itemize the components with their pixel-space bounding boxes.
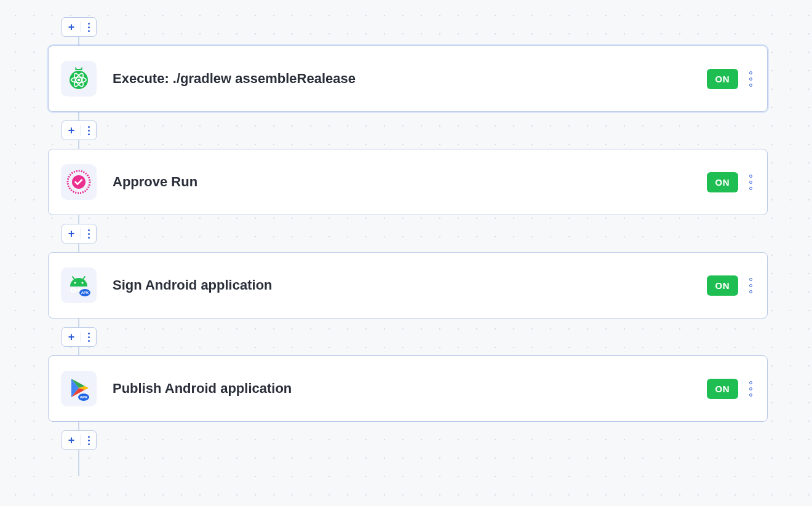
- pipeline-step[interactable]: APK Publish Android application ON: [48, 355, 768, 422]
- approve-icon: [66, 169, 92, 195]
- react-android-icon: [66, 66, 91, 91]
- more-vertical-icon: [88, 229, 90, 239]
- svg-text:APK: APK: [80, 395, 88, 399]
- step-icon-approve: [61, 164, 97, 200]
- more-vertical-icon: [88, 126, 90, 135]
- pipeline-step[interactable]: Execute: ./gradlew assembleRealease ON: [48, 45, 768, 112]
- add-step-more[interactable]: [81, 126, 96, 135]
- add-step-button[interactable]: +: [62, 224, 97, 243]
- add-step-button[interactable]: +: [62, 17, 97, 37]
- step-menu-button[interactable]: [749, 381, 752, 397]
- add-step-more[interactable]: [81, 333, 96, 342]
- svg-line-10: [83, 277, 85, 279]
- step-icon-android-sign: APK: [61, 267, 97, 303]
- plus-icon: +: [62, 331, 81, 344]
- add-step-button[interactable]: +: [62, 430, 97, 450]
- more-vertical-icon: [88, 436, 90, 445]
- status-badge[interactable]: ON: [707, 379, 739, 399]
- svg-point-12: [81, 282, 83, 283]
- step-icon-play-publish: APK: [61, 371, 97, 406]
- step-menu-button[interactable]: [749, 71, 752, 87]
- pipeline-canvas: + Execute: ./gradlew a: [0, 0, 812, 506]
- step-title: Publish Android application: [113, 381, 707, 397]
- svg-line-9: [73, 277, 74, 279]
- step-icon-react-android: [61, 61, 97, 97]
- step-menu-button[interactable]: [749, 278, 752, 293]
- plus-icon: +: [62, 124, 81, 137]
- more-vertical-icon: [88, 333, 90, 342]
- add-step-button[interactable]: +: [62, 327, 97, 347]
- step-title: Sign Android application: [113, 277, 707, 293]
- plus-icon: +: [62, 21, 81, 34]
- svg-line-1: [81, 68, 82, 69]
- add-step-more[interactable]: [81, 229, 96, 239]
- status-badge[interactable]: ON: [707, 69, 739, 89]
- svg-point-6: [78, 79, 81, 82]
- plus-icon: +: [62, 227, 81, 240]
- step-title: Execute: ./gradlew assembleRealease: [113, 71, 707, 87]
- more-vertical-icon: [88, 23, 90, 32]
- svg-line-0: [76, 68, 77, 69]
- status-badge[interactable]: ON: [707, 275, 739, 296]
- svg-point-11: [74, 282, 76, 283]
- plus-icon: +: [62, 434, 81, 447]
- pipeline-step[interactable]: APK Sign Android application ON: [48, 252, 768, 318]
- add-step-button[interactable]: +: [62, 121, 97, 140]
- pipeline-step[interactable]: Approve Run ON: [48, 149, 768, 215]
- android-sign-icon: APK: [65, 272, 92, 299]
- status-badge[interactable]: ON: [707, 172, 739, 192]
- add-step-more[interactable]: [81, 436, 96, 445]
- pipeline-column: + Execute: ./gradlew a: [48, 17, 768, 450]
- play-publish-icon: APK: [65, 375, 92, 402]
- step-menu-button[interactable]: [749, 175, 752, 190]
- add-step-more[interactable]: [81, 23, 96, 32]
- step-title: Approve Run: [113, 174, 707, 190]
- svg-text:APK: APK: [81, 291, 89, 295]
